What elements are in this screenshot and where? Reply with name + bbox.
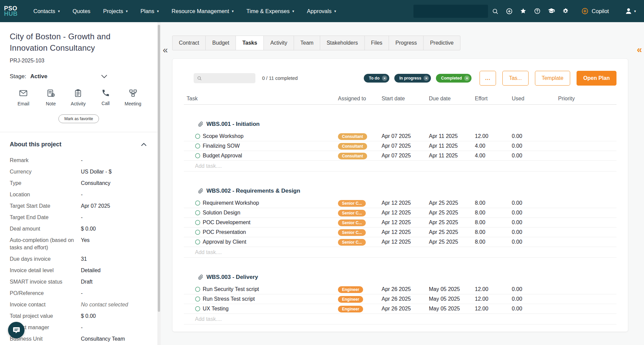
task-row[interactable]: Budget ApprovalConsultantApr 07 2025Apr … <box>184 151 616 161</box>
task-checkbox[interactable] <box>195 306 200 311</box>
remove-filter-icon[interactable]: × <box>464 76 469 81</box>
field-label: Invoice detail level <box>10 267 81 274</box>
filter-chip-to-do[interactable]: To do× <box>364 74 389 83</box>
filter-chips: To do×In progress×Completed× <box>364 74 472 83</box>
chat-widget-button[interactable] <box>8 322 24 338</box>
task-used: 0.00 <box>512 200 558 206</box>
template-button[interactable]: Template <box>535 71 570 86</box>
assignee-pill: Engineer <box>338 306 363 312</box>
nav-item-time-expenses[interactable]: Time & Expenses▾ <box>240 4 300 18</box>
tasks-table: TaskAssigned toStart dateDue dateEffortU… <box>184 96 616 325</box>
nav-item-contacts[interactable]: Contacts▾ <box>27 4 66 18</box>
add-task-row[interactable]: Add task.... <box>184 161 616 171</box>
task-checkbox[interactable] <box>195 153 200 158</box>
task-name-cell: Budget Approval <box>184 153 338 159</box>
task-effort: 8.00 <box>475 210 512 216</box>
add-task-placeholder: Add task.... <box>184 163 338 169</box>
open-plan-button[interactable]: Open Plan <box>577 71 616 86</box>
nav-item-resource-management[interactable]: Resource Management▾ <box>165 4 240 18</box>
task-row[interactable]: Requirement WorkshopSenior C...Apr 12 20… <box>184 198 616 208</box>
task-checkbox[interactable] <box>195 134 200 139</box>
task-row[interactable]: Finalizing SOWConsultantApr 07 2025Apr 1… <box>184 141 616 151</box>
quick-action-email[interactable]: Email <box>10 89 37 106</box>
project-field-row: CurrencyUS Dollar - $ <box>10 166 148 178</box>
quick-action-label: Call <box>102 101 110 106</box>
collapse-section-chevron-icon[interactable] <box>140 142 148 147</box>
task-group-header[interactable]: WBS.002 - Requirements & Design <box>184 183 616 198</box>
nav-item-label: Plans <box>141 8 154 14</box>
assignee-pill: Senior C... <box>338 239 366 246</box>
task-row[interactable]: Solution DesignSenior C...Apr 12 2025Apr… <box>184 208 616 218</box>
psohub-logo[interactable]: PSO HUB <box>4 6 18 16</box>
quick-action-call[interactable]: Call <box>92 89 119 106</box>
tab-progress[interactable]: Progress <box>389 36 424 50</box>
field-value: Draft <box>81 278 148 286</box>
tab-stakeholders[interactable]: Stakeholders <box>320 36 364 50</box>
task-row[interactable]: Run Stress Test scriptEngineerApr 26 202… <box>184 294 616 304</box>
tab-team[interactable]: Team <box>294 36 320 50</box>
filter-chip-in-progress[interactable]: In progress× <box>394 74 431 83</box>
remove-filter-icon[interactable]: × <box>382 76 387 81</box>
help-icon[interactable] <box>530 4 544 18</box>
quick-action-meeting[interactable]: Meeting <box>119 89 147 106</box>
nav-item-quotes[interactable]: Quotes <box>66 4 97 18</box>
task-name: Finalizing SOW <box>203 143 240 149</box>
task-checkbox[interactable] <box>195 287 200 292</box>
task-row[interactable]: Scope WorkshopConsultantApr 07 2025Apr 1… <box>184 132 616 141</box>
tab-tasks[interactable]: Tasks <box>236 36 264 50</box>
collapse-panel-icon[interactable]: « <box>637 45 642 54</box>
settings-gear-icon[interactable] <box>558 4 573 18</box>
more-actions-button[interactable]: ... <box>480 71 496 86</box>
search-icon[interactable] <box>488 4 502 18</box>
task-checkbox[interactable] <box>195 230 200 235</box>
nav-item-plans[interactable]: Plans▾ <box>134 4 165 18</box>
field-label: Target Start Date <box>10 202 81 210</box>
add-task-row[interactable]: Add task.... <box>184 314 616 325</box>
task-name: POC Presentation <box>203 229 246 235</box>
task-group-header[interactable]: WBS.001 - Initiation <box>184 116 616 132</box>
task-search-box[interactable] <box>194 73 255 83</box>
stage-dropdown-chevron-icon[interactable] <box>101 75 107 78</box>
task-name: Requirement Workshop <box>203 200 259 206</box>
nav-item-projects[interactable]: Projects▾ <box>97 4 134 18</box>
task-checkbox[interactable] <box>195 220 200 225</box>
tab-files[interactable]: Files <box>364 36 389 50</box>
tasks-view-button[interactable]: Tas... <box>502 71 529 86</box>
tab-activity[interactable]: Activity <box>263 36 294 50</box>
task-row[interactable]: POC PresentationSenior C...Apr 12 2025Ap… <box>184 228 616 237</box>
add-task-row[interactable]: Add task.... <box>184 247 616 258</box>
task-checkbox[interactable] <box>195 143 200 149</box>
quick-action-activity[interactable]: Activity <box>64 89 92 106</box>
add-new-icon[interactable] <box>502 4 516 18</box>
user-menu[interactable]: ▾ <box>615 7 639 15</box>
field-label: Target End Date <box>10 214 81 221</box>
filter-chip-completed[interactable]: Completed× <box>436 74 472 83</box>
task-row[interactable]: Run Security Test scriptEngineerApr 26 2… <box>184 285 616 294</box>
quick-action-note[interactable]: Note <box>37 89 65 106</box>
task-row[interactable]: UX TestingEngineerApr 26 2025May 05 2025… <box>184 304 616 314</box>
task-checkbox[interactable] <box>195 239 200 245</box>
task-row[interactable]: Approval by ClientSenior C...Apr 12 2025… <box>184 237 616 247</box>
task-checkbox[interactable] <box>195 296 200 302</box>
scrollbar-thumb[interactable] <box>158 25 160 312</box>
task-assignee-cell: Consultant <box>338 143 382 149</box>
task-group-header[interactable]: WBS.003 - Delivery <box>184 269 616 285</box>
favorites-star-icon[interactable] <box>516 4 530 18</box>
remove-filter-icon[interactable]: × <box>424 76 429 81</box>
tab-predictive[interactable]: Predictive <box>423 36 460 50</box>
task-checkbox[interactable] <box>195 210 200 215</box>
assignee-pill: Consultant <box>338 143 367 150</box>
tab-budget[interactable]: Budget <box>205 36 236 50</box>
copilot-button[interactable]: Copilot <box>573 7 615 15</box>
task-search-input[interactable] <box>204 76 252 81</box>
academy-icon[interactable] <box>544 4 558 18</box>
nav-item-label: Contacts <box>34 8 55 14</box>
task-checkbox[interactable] <box>195 200 200 206</box>
task-row[interactable]: POC DevelopementSenior C...Apr 12 2025Ap… <box>184 218 616 228</box>
nav-item-approvals[interactable]: Approvals▾ <box>301 4 343 18</box>
global-search-input[interactable] <box>413 5 488 18</box>
collapse-sidebar-icon[interactable]: « <box>163 46 168 55</box>
mark-favorite-button[interactable]: Mark as favorite <box>58 114 99 123</box>
project-field-row: Target End Date- <box>10 212 148 223</box>
tab-contract[interactable]: Contract <box>172 36 206 50</box>
